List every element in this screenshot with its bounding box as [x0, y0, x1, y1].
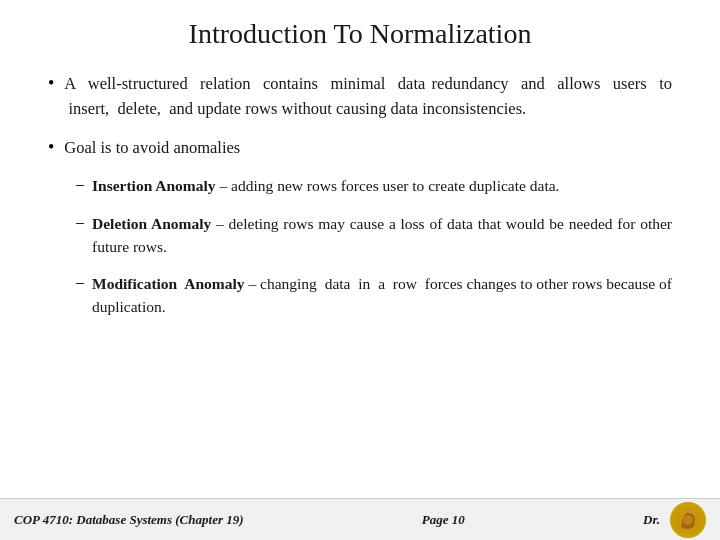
- bullet-item-1: • A well-structured relation contains mi…: [48, 72, 672, 122]
- bullet-dot-1: •: [48, 73, 54, 94]
- slide-container: Introduction To Normalization • A well-s…: [0, 0, 720, 540]
- logo-icon: [673, 505, 703, 535]
- svg-point-1: [683, 515, 693, 525]
- slide-content: Introduction To Normalization • A well-s…: [0, 0, 720, 498]
- sub-bullet-list: – Insertion Anomaly – adding new rows fo…: [76, 174, 672, 318]
- sub-bullet-text-2: Deletion Anomaly – deleting rows may cau…: [92, 212, 672, 259]
- bullet-dot-2: •: [48, 137, 54, 158]
- sub-bullet-item-2: – Deletion Anomaly – deleting rows may c…: [76, 212, 672, 259]
- sub-bullet-bold-3: Modification Anomaly: [92, 275, 244, 292]
- sub-bullet-text-3: Modification Anomaly – changing data in …: [92, 272, 672, 319]
- sub-bullet-bold-2: Deletion Anomaly: [92, 215, 211, 232]
- sub-bullet-item-3: – Modification Anomaly – changing data i…: [76, 272, 672, 319]
- footer-course: COP 4710: Database Systems (Chapter 19): [14, 512, 244, 528]
- footer-dr: Dr.: [643, 512, 660, 528]
- footer-right-section: Dr.: [643, 502, 706, 538]
- slide-footer: COP 4710: Database Systems (Chapter 19) …: [0, 498, 720, 540]
- sub-bullet-dash-2: –: [76, 213, 84, 231]
- sub-bullet-text-1: Insertion Anomaly – adding new rows forc…: [92, 174, 559, 197]
- slide-title: Introduction To Normalization: [48, 18, 672, 50]
- sub-bullet-item-1: – Insertion Anomaly – adding new rows fo…: [76, 174, 672, 197]
- bullet-item-2: • Goal is to avoid anomalies: [48, 136, 672, 161]
- bullet-text-1: A well-structured relation contains mini…: [64, 72, 672, 122]
- sub-bullet-dash-3: –: [76, 273, 84, 291]
- footer-page: Page 10: [422, 512, 465, 528]
- sub-bullet-dash-1: –: [76, 175, 84, 193]
- bullet-section-1: • A well-structured relation contains mi…: [48, 72, 672, 319]
- footer-logo: [670, 502, 706, 538]
- bullet-text-2: Goal is to avoid anomalies: [64, 136, 240, 161]
- sub-bullet-bold-1: Insertion Anomaly: [92, 177, 216, 194]
